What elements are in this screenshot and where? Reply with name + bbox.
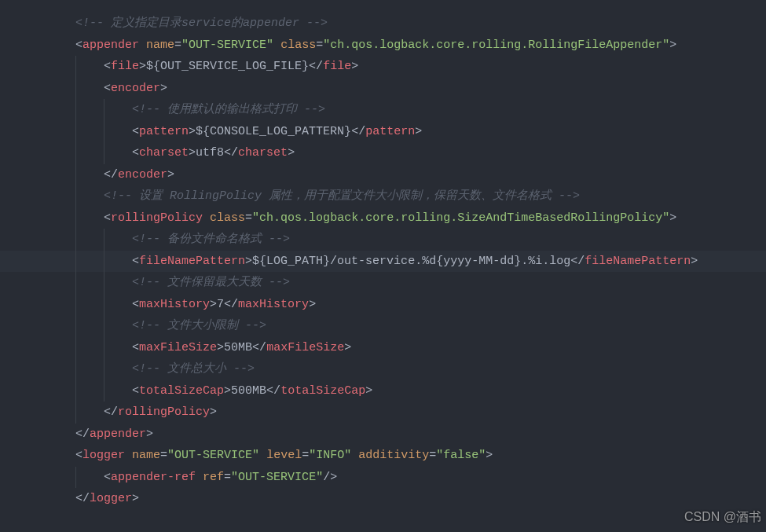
code-line: <logger name="OUT-SERVICE" level="INFO" … [0,445,766,467]
code-line: <maxFileSize>50MB</maxFileSize> [0,337,766,359]
code-line: <totalSizeCap>500MB</totalSizeCap> [0,380,766,402]
code-line: </appender> [0,424,766,446]
code-line: <encoder> [0,78,766,100]
code-line: <file>${OUT_SERVICE_LOG_FILE}</file> [0,56,766,78]
code-line: </encoder> [0,164,766,186]
code-line: <!-- 使用默认的输出格式打印 --> [0,99,766,121]
code-block: <!-- 定义指定目录service的appender --> <appende… [0,0,766,510]
code-line: <appender name="OUT-SERVICE" class="ch.q… [0,35,766,57]
code-line: </logger> [0,488,766,510]
watermark: CSDN @酒书 [684,506,761,528]
code-line: <!-- 备份文件命名格式 --> [0,229,766,251]
code-line: <!-- 定义指定目录service的appender --> [0,13,766,35]
code-line: <appender-ref ref="OUT-SERVICE"/> [0,467,766,489]
code-line: </rollingPolicy> [0,402,766,424]
code-line: <!-- 设置 RollingPolicy 属性，用于配置文件大小限制，保留天数… [0,185,766,207]
code-line: <rollingPolicy class="ch.qos.logback.cor… [0,207,766,229]
code-line: <!-- 文件总大小 --> [0,358,766,380]
code-line: <fileNamePattern>${LOG_PATH}/out-service… [0,251,766,273]
code-line: <charset>utf8</charset> [0,142,766,164]
code-line: <!-- 文件大小限制 --> [0,315,766,337]
code-line: <maxHistory>7</maxHistory> [0,294,766,316]
code-line: <pattern>${CONSOLE_LOG_PATTERN}</pattern… [0,121,766,143]
code-line: <!-- 文件保留最大天数 --> [0,272,766,294]
